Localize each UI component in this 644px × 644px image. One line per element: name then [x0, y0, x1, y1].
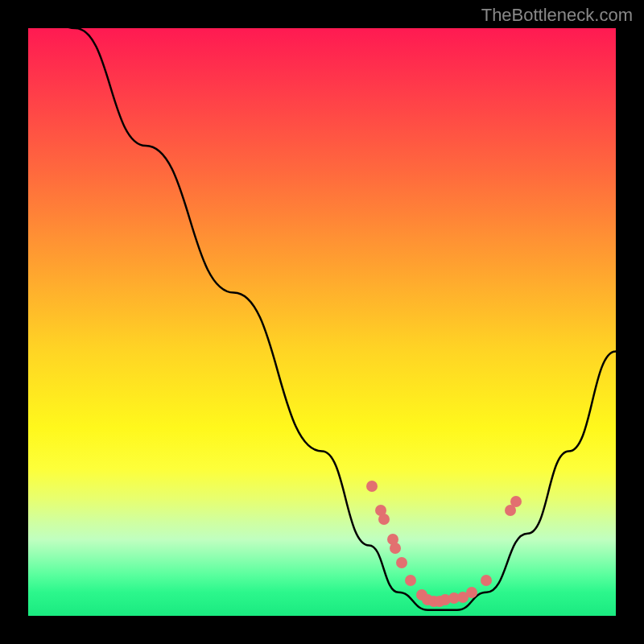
data-point	[481, 575, 492, 586]
data-point	[466, 587, 477, 598]
chart-plot-area	[28, 28, 616, 616]
watermark-text: TheBottleneck.com	[481, 5, 633, 26]
data-point	[405, 575, 416, 586]
data-point	[390, 543, 401, 554]
data-point	[366, 481, 378, 492]
data-point	[396, 557, 407, 568]
data-point	[510, 496, 522, 507]
bottleneck-curve	[28, 28, 616, 616]
data-point	[378, 514, 390, 525]
